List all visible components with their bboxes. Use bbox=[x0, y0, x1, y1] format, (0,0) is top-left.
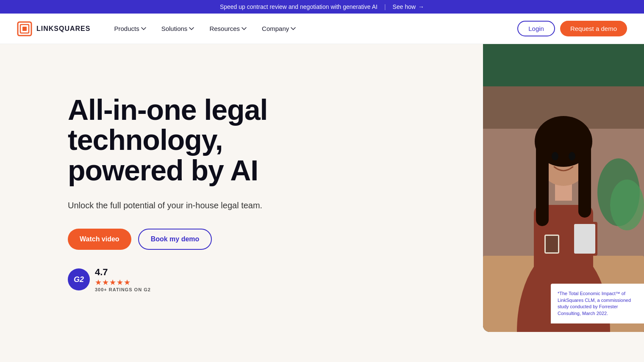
banner-link[interactable]: See how → bbox=[393, 3, 424, 10]
nav-actions: Login Request a demo bbox=[517, 21, 627, 36]
svg-rect-2 bbox=[22, 27, 27, 31]
hero-title: All-in-one legal technology, powered by … bbox=[68, 95, 322, 185]
login-button[interactable]: Login bbox=[517, 21, 555, 36]
g2-badge: G2 4.7 ★★★★★ 300+ RATINGS ON G2 bbox=[68, 267, 322, 292]
logo-icon bbox=[17, 21, 32, 36]
banner-text: Speed up contract review and negotiation… bbox=[220, 3, 378, 10]
hero-buttons: Watch video Book my demo bbox=[68, 229, 322, 250]
g2-rating: 4.7 bbox=[95, 267, 151, 278]
navbar: LINKSQUARES Products Solutions Resources… bbox=[0, 14, 644, 44]
request-demo-button[interactable]: Request a demo bbox=[560, 21, 627, 36]
banner-divider: | bbox=[384, 3, 386, 10]
svg-rect-19 bbox=[574, 224, 595, 254]
book-demo-button[interactable]: Book my demo bbox=[138, 229, 212, 250]
svg-point-17 bbox=[569, 152, 575, 160]
nav-resources-label: Resources bbox=[209, 25, 240, 32]
nav-products-label: Products bbox=[114, 25, 139, 32]
logo-text: LINKSQUARES bbox=[36, 25, 90, 33]
hero-subtitle: Unlock the full potential of your in-hou… bbox=[68, 199, 322, 212]
nav-item-products[interactable]: Products bbox=[107, 22, 153, 36]
nav-item-company[interactable]: Company bbox=[255, 22, 303, 36]
nav-item-solutions[interactable]: Solutions bbox=[155, 22, 201, 36]
g2-logo: G2 bbox=[68, 268, 90, 290]
hero-section: All-in-one legal technology, powered by … bbox=[0, 44, 644, 349]
svg-rect-21 bbox=[546, 236, 558, 252]
logo[interactable]: LINKSQUARES bbox=[17, 21, 90, 36]
watch-video-button[interactable]: Watch video bbox=[68, 229, 131, 250]
nav-company-label: Company bbox=[262, 25, 289, 32]
nav-item-resources[interactable]: Resources bbox=[203, 22, 253, 36]
chevron-down-icon bbox=[189, 26, 194, 31]
top-banner: Speed up contract review and negotiation… bbox=[0, 0, 644, 14]
g2-info: 4.7 ★★★★★ 300+ RATINGS ON G2 bbox=[95, 267, 151, 292]
svg-rect-15 bbox=[578, 141, 591, 218]
forrester-note: *The Total Economic Impact™ of LinkSquar… bbox=[551, 284, 644, 323]
chevron-down-icon bbox=[242, 26, 247, 31]
arrow-right-icon: → bbox=[418, 3, 424, 10]
nav-solutions-label: Solutions bbox=[161, 25, 188, 32]
chevron-down-icon bbox=[141, 26, 146, 31]
g2-label: 300+ RATINGS ON G2 bbox=[95, 287, 151, 292]
chevron-down-icon bbox=[291, 26, 296, 31]
nav-links: Products Solutions Resources Company bbox=[107, 22, 517, 36]
svg-point-16 bbox=[552, 152, 558, 160]
g2-stars: ★★★★★ bbox=[95, 278, 151, 287]
hero-image: *The Total Economic Impact™ of LinkSquar… bbox=[483, 44, 644, 332]
banner-link-text: See how bbox=[393, 3, 416, 10]
svg-point-8 bbox=[610, 180, 644, 230]
svg-rect-14 bbox=[536, 141, 549, 226]
hero-content: All-in-one legal technology, powered by … bbox=[68, 78, 322, 292]
